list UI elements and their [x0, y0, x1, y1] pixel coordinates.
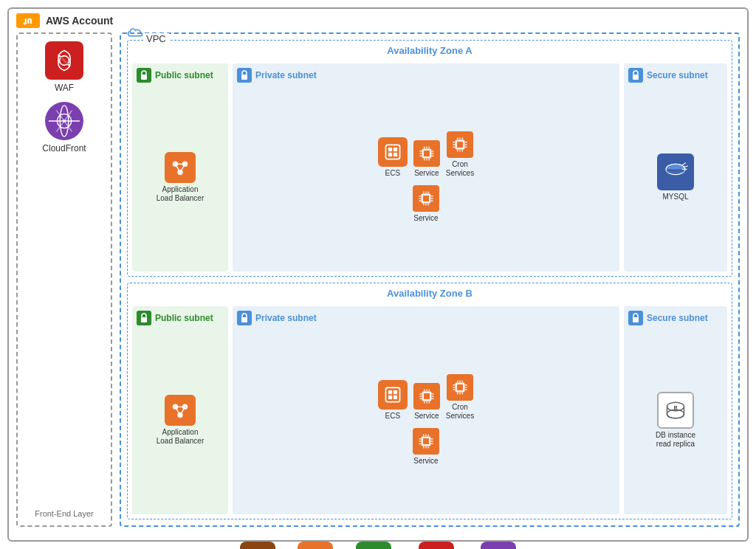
- svg-rect-98: [457, 384, 463, 390]
- cloudfront-label: CloudFront: [42, 143, 86, 153]
- svg-rect-66: [633, 75, 639, 80]
- alb-b-img: [165, 395, 196, 426]
- secure-subnet-a-header: Secure subnet: [628, 68, 723, 83]
- svg-text:R: R: [674, 405, 678, 410]
- svg-rect-25: [424, 151, 430, 156]
- public-subnet-a-lock-icon: [137, 68, 151, 83]
- secure-subnet-a-content: MYSQL: [628, 87, 723, 267]
- svg-rect-22: [388, 153, 392, 156]
- secure-subnet-b-content: R DB instanceread replica: [628, 330, 723, 510]
- cert-icon: [356, 542, 391, 549]
- public-subnet-a: Public subnet: [132, 63, 228, 272]
- cloudwatch-icon: [419, 542, 454, 549]
- aws-account-container: AWS Account WAF: [7, 7, 749, 542]
- alb-b-label: ApplicationLoad Balancer: [157, 428, 205, 446]
- cron-a-chip: [447, 131, 473, 158]
- service-a-top-chip: [413, 140, 440, 167]
- svg-rect-11: [141, 75, 147, 80]
- private-subnet-a-lock-icon: [237, 68, 252, 83]
- svg-rect-112: [423, 438, 429, 444]
- svg-rect-18: [241, 75, 247, 80]
- svg-rect-125: [633, 317, 639, 322]
- private-subnet-b-label: Private subnet: [255, 313, 317, 323]
- db-replica-label: DB instanceread replica: [656, 431, 695, 449]
- ecs-a-icon: ECS: [378, 137, 408, 178]
- svg-rect-23: [394, 153, 397, 156]
- availability-zone-b: Availability Zone B Public subnet: [127, 283, 732, 519]
- cron-b-icon: CronServices: [446, 374, 474, 421]
- az-a-title: Availability Zone A: [132, 45, 727, 56]
- mysql-img: [657, 153, 694, 190]
- az-a-subnets: Public subnet: [132, 63, 727, 272]
- public-subnet-a-header: Public subnet: [137, 68, 224, 83]
- cloudwatch-service: CloudWatch: [414, 542, 458, 549]
- public-subnet-a-label: Public subnet: [155, 70, 213, 80]
- service-b-top-chip: [413, 383, 440, 410]
- svg-rect-20: [388, 148, 392, 151]
- svg-rect-39: [457, 142, 463, 148]
- service-a-bottom-icon: Service: [413, 185, 439, 223]
- route53-icon: 53: [481, 542, 516, 549]
- svg-rect-70: [141, 317, 147, 322]
- alb-a-label: ApplicationLoad Balancer: [157, 185, 205, 203]
- alb-b-icon: ApplicationLoad Balancer: [157, 395, 205, 446]
- private-subnet-b-lock-icon: [237, 311, 252, 325]
- main-content: WAF CloudFront Front-End: [9, 32, 747, 534]
- availability-zone-a: Availability Zone A Public subnet: [127, 40, 732, 277]
- aws-header: AWS Account: [9, 9, 747, 32]
- ecr-service: ECR: [298, 542, 333, 549]
- aws-account-label: AWS Account: [46, 15, 113, 27]
- waf-service: WAF: [45, 41, 83, 93]
- public-subnet-a-content: ApplicationLoad Balancer: [137, 87, 224, 267]
- private-subnet-b: Private subnet: [233, 306, 619, 514]
- svg-rect-79: [388, 390, 392, 394]
- private-subnet-a-header: Private subnet: [237, 68, 615, 83]
- secure-subnet-a-label: Secure subnet: [647, 70, 708, 80]
- service-b-top-icon: Service: [413, 383, 440, 421]
- service-a-top-label: Service: [414, 169, 439, 178]
- bottom-services: SES ECR: [9, 534, 747, 549]
- svg-rect-82: [394, 396, 397, 399]
- cron-a-icon: CronServices: [446, 131, 474, 178]
- public-subnet-b-header: Public subnet: [137, 311, 224, 325]
- route53-service: 53 Route 53: [481, 542, 516, 549]
- svg-rect-84: [424, 393, 430, 399]
- public-subnet-b-lock-icon: [137, 311, 151, 325]
- public-subnet-b-label: Public subnet: [155, 313, 213, 323]
- waf-label: WAF: [55, 83, 74, 93]
- aws-logo: [16, 13, 40, 28]
- frontend-layer-label: Front-End Layer: [35, 509, 93, 518]
- cron-a-label: CronServices: [446, 160, 474, 178]
- cron-b-label: CronServices: [446, 403, 474, 421]
- ecs-b-label: ECS: [385, 412, 401, 421]
- ecs-b-icon: ECS: [378, 380, 408, 421]
- svg-rect-80: [394, 390, 397, 394]
- private-subnet-a: Private subnet: [233, 63, 619, 272]
- cloudfront-service: CloudFront: [42, 102, 86, 153]
- private-subnet-a-content: ECS: [237, 87, 615, 267]
- secure-subnet-b: Secure subnet R: [624, 306, 727, 514]
- svg-rect-19: [385, 145, 399, 159]
- service-b-top-label: Service: [414, 412, 439, 421]
- private-b-top-row: ECS: [378, 374, 474, 421]
- secure-subnet-a-lock-icon: [628, 68, 643, 83]
- alb-a-icon: ApplicationLoad Balancer: [157, 152, 205, 203]
- service-b-bottom-label: Service: [413, 457, 438, 466]
- db-replica-icon: R DB instanceread replica: [656, 392, 695, 449]
- public-subnet-b-content: ApplicationLoad Balancer: [137, 330, 224, 510]
- ecs-b-img: [378, 380, 408, 410]
- vpc-label: VPC: [143, 33, 169, 44]
- ecs-a-label: ECS: [385, 169, 401, 178]
- az-b-subnets: Public subnet: [132, 306, 727, 514]
- secure-subnet-b-header: Secure subnet: [628, 311, 723, 325]
- service-b-bottom-chip: [413, 428, 439, 455]
- mysql-label: MYSQL: [662, 193, 688, 201]
- private-subnet-b-header: Private subnet: [237, 311, 615, 325]
- private-subnet-b-content: ECS: [237, 330, 615, 510]
- service-a-bottom-chip: [413, 185, 439, 212]
- svg-rect-77: [241, 317, 247, 322]
- private-a-top-row: ECS: [378, 131, 474, 178]
- svg-rect-21: [394, 148, 397, 151]
- cron-b-chip: [447, 374, 473, 401]
- service-a-bottom-label: Service: [413, 214, 438, 223]
